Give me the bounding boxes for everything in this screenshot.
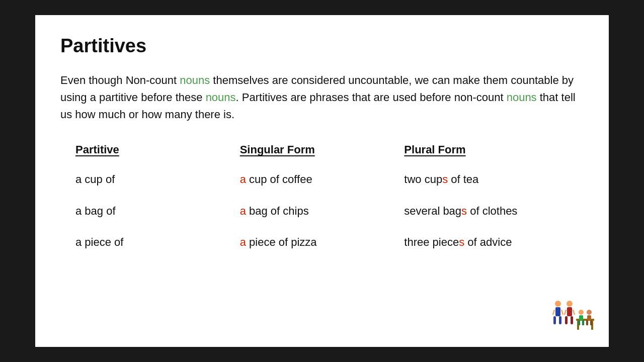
svg-rect-16 [579, 315, 583, 320]
svg-rect-3 [559, 316, 561, 324]
singular-a-1: a [240, 173, 246, 186]
slide: Partitives Even though Non-count nouns t… [35, 15, 609, 347]
svg-line-11 [573, 310, 575, 315]
singular-a-3: a [240, 236, 246, 248]
plural-column: Plural Form two cups of tea several bags… [404, 143, 569, 267]
plural-rest-1: of tea [448, 173, 478, 186]
svg-line-10 [565, 310, 566, 315]
svg-point-15 [579, 310, 584, 315]
intro-paragraph: Even though Non-count nouns themselves a… [60, 72, 584, 123]
nouns1: nouns [180, 74, 210, 86]
svg-rect-8 [565, 316, 568, 324]
svg-rect-7 [567, 307, 572, 316]
plural-s-1: s [442, 173, 448, 186]
intro-part3: . Partitives are phrases that are used b… [236, 91, 507, 104]
singular-row-2: a bag of chips [240, 204, 405, 219]
svg-rect-20 [587, 315, 591, 320]
svg-point-0 [555, 301, 561, 307]
plural-main-2: several bag [404, 205, 461, 217]
svg-point-19 [587, 310, 592, 315]
svg-line-4 [553, 310, 554, 315]
nouns3: nouns [507, 91, 537, 104]
partitive-row-2: a bag of [75, 204, 240, 219]
singular-rest-3: piece of pizza [246, 236, 317, 248]
partitive-row-1: a cup of [75, 172, 240, 187]
plural-rest-2: of clothes [467, 205, 517, 217]
plural-main-3: three piece [404, 236, 459, 248]
plural-row-1: two cups of tea [404, 172, 569, 187]
singular-rest-1: cup of coffee [246, 173, 312, 186]
plural-s-2: s [461, 205, 467, 217]
singular-row-3: a piece of pizza [240, 235, 405, 250]
svg-rect-9 [571, 316, 573, 324]
page-title: Partitives [60, 35, 584, 57]
svg-rect-21 [586, 320, 588, 325]
plural-s-3: s [459, 236, 464, 248]
partitives-table: Partitive a cup of a bag of a piece of S… [60, 143, 584, 267]
svg-rect-17 [578, 320, 580, 325]
plural-rest-3: of advice [464, 236, 512, 248]
svg-line-5 [561, 310, 563, 315]
svg-rect-2 [553, 316, 556, 324]
svg-rect-1 [555, 307, 560, 316]
plural-row-2: several bags of clothes [404, 204, 569, 219]
singular-a-2: a [240, 205, 246, 217]
svg-point-6 [567, 301, 573, 307]
singular-rest-2: bag of chips [246, 205, 309, 217]
plural-row-3: three pieces of advice [404, 235, 569, 250]
partitive-row-3: a piece of [75, 235, 240, 250]
singular-row-1: a cup of coffee [240, 172, 405, 187]
nouns2: nouns [206, 91, 236, 104]
singular-header: Singular Form [240, 143, 405, 158]
partitive-column: Partitive a cup of a bag of a piece of [75, 143, 240, 267]
svg-rect-22 [590, 320, 592, 325]
partitive-header: Partitive [75, 143, 240, 158]
plural-main-1: two cup [404, 173, 442, 186]
svg-rect-18 [582, 320, 584, 325]
singular-column: Singular Form a cup of coffee a bag of c… [240, 143, 405, 267]
plural-header: Plural Form [404, 143, 569, 158]
people-illustration [552, 300, 595, 336]
intro-part1: Even though Non-count [60, 74, 180, 86]
